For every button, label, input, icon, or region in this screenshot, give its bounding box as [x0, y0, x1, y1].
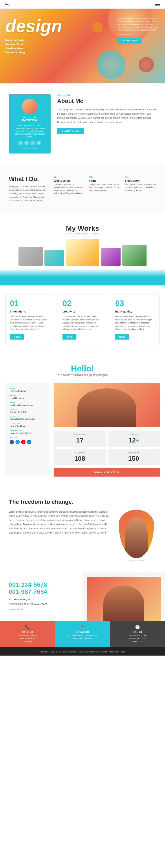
- works-images: [0, 239, 165, 266]
- location-text: 121 Rock Street, 21 Avenue New York, NY …: [58, 634, 107, 640]
- hero-blob-2: [97, 50, 126, 79]
- profile-social-row: SOCIAL f t ▶ in: [10, 437, 45, 444]
- hero-right-text: Aliquam suspendisse in elit ante in elit…: [118, 18, 160, 31]
- hello-subtitle: I'm a creative multitalented graphic des…: [5, 373, 160, 376]
- hero-section: design Premium Design Amazing Photo Crea…: [0, 8, 165, 83]
- service-desc-1: Duis aute irure dolor in reprehenderit i…: [54, 183, 85, 195]
- stat-clients-label: CLIENTS: [57, 452, 103, 454]
- my-works-subtitle: MARKETING AND DESIGN: [0, 232, 165, 235]
- header: logo: [0, 0, 165, 8]
- logo[interactable]: logo: [5, 3, 11, 6]
- profile-name-row: NAME Patrycja Mcintosh: [10, 388, 45, 392]
- features-section: 01 innovations Duis aute irure dolor in …: [0, 285, 165, 353]
- service-num-1: 01.: [54, 176, 85, 178]
- stat-clients: CLIENTS 108: [54, 449, 106, 465]
- profile-youtube-icon[interactable]: ▶: [21, 440, 26, 444]
- hours-icon: 🕒: [113, 625, 162, 630]
- profile-twitter-icon[interactable]: t: [16, 440, 20, 444]
- service-name-2: Print: [89, 179, 120, 182]
- profile-role: Lead Designer: [10, 397, 45, 399]
- hamburger-menu[interactable]: [155, 3, 160, 6]
- work-thumb-4[interactable]: [101, 248, 120, 266]
- profile-linkedin-icon[interactable]: in: [27, 440, 31, 444]
- service-desc-3: Sample text. Click to select the text bo…: [125, 183, 156, 192]
- service-num-3: 03.: [125, 176, 156, 178]
- hero-content: design Premium Design Amazing Photo Crea…: [5, 18, 62, 54]
- footer-address-2: Avenue, New York, NY 92103-9000: [9, 602, 74, 606]
- location-title: LOCATION: [58, 631, 107, 633]
- feature-title-2: creativity: [62, 310, 102, 313]
- feature-btn-3[interactable]: MORE: [115, 334, 129, 340]
- stat-projects-label: PROJECTS: [111, 452, 157, 454]
- stat-years-value: 12+: [111, 437, 157, 444]
- tagline-2: Amazing Photo: [5, 43, 62, 46]
- location-icon: 📍: [58, 625, 107, 630]
- social-linkedin[interactable]: in: [36, 141, 42, 145]
- avatar: [22, 99, 37, 114]
- feature-num-1: 01: [10, 299, 50, 308]
- hero-learn-more-button[interactable]: LEARN MORE: [118, 38, 141, 43]
- social-facebook[interactable]: f: [18, 141, 23, 145]
- work-thumb-1[interactable]: [19, 247, 43, 266]
- profile-email: you@gmail@example.com: [10, 404, 45, 406]
- social-label: SOCIAL: [10, 437, 45, 438]
- feature-text-2: Duis aute irure dolor in reprehenderit i…: [62, 315, 102, 331]
- work-thumb-5[interactable]: [122, 245, 146, 266]
- works-teal-bottom: [0, 277, 165, 285]
- feature-title-1: innovations: [10, 310, 50, 313]
- tagline-1: Premium Design: [5, 39, 62, 42]
- social-twitter[interactable]: t: [24, 141, 29, 145]
- what-left: What I Do. Paragraph. Lorem ipsum dolor …: [9, 176, 48, 203]
- call-title: CALL US: [3, 631, 52, 633]
- hero-blob-3: [139, 57, 154, 72]
- footer-location-col: 📍 LOCATION 121 Rock Street, 21 Avenue Ne…: [55, 621, 110, 647]
- location-label: LOCATION: [10, 423, 45, 425]
- social-youtube[interactable]: y: [30, 141, 35, 145]
- feature-btn-2[interactable]: MORE: [62, 334, 76, 340]
- footer-phone-1[interactable]: 001-234-5678: [9, 581, 74, 588]
- footer-bottom: 📞 CALL US Lorem ipsum dolor sit amet, co…: [0, 621, 165, 647]
- phone-label: PHONE: [10, 408, 45, 410]
- footer-address-1: 121 Rock Street, 21: [9, 597, 74, 602]
- service-print: 02. Print Sample text. Click to select t…: [89, 176, 120, 203]
- service-name-1: Web Design: [54, 179, 85, 182]
- freedom-img-area: Image from Pexels: [117, 510, 156, 561]
- stat-awards-label: AWARDS WON: [57, 434, 103, 436]
- profile-role-row: ROLE Lead Designer: [10, 395, 45, 399]
- about-heading: About Me: [57, 98, 156, 104]
- name-label: NAME: [10, 388, 45, 390]
- about-text: The Design Blog features carefully selec…: [57, 107, 156, 124]
- profile-social-icons: f t ▶ in: [10, 440, 45, 444]
- service-web-design: 01. Web Design Duis aute irure dolor in …: [54, 176, 85, 203]
- feature-btn-1[interactable]: MORE: [10, 334, 24, 340]
- hours-text: Mon - Fri 8:00-17:00 Sat 9:00-18:00 Sun …: [113, 634, 162, 643]
- hello-inner: NAME Patrycja Mcintosh ROLE Lead Designe…: [5, 383, 160, 476]
- footer-hours-col: 🕒 HOURS Mon - Fri 8:00-17:00 Sat 9:00-18…: [110, 621, 165, 647]
- hello-section: Hello! I'm a creative multitalented grap…: [0, 353, 165, 488]
- profile-info: NAME Patrycja Mcintosh ROLE Lead Designe…: [10, 388, 45, 444]
- work-thumb-3[interactable]: [66, 239, 99, 266]
- stat-projects-value: 150: [111, 455, 157, 462]
- what-i-do-title: What I Do.: [9, 176, 48, 183]
- feature-card-3: 03 hight quality Duis aute irure dolor i…: [111, 294, 160, 344]
- about-right: About Me About Me The Design Blog featur…: [57, 94, 156, 134]
- work-thumb-2[interactable]: [45, 250, 64, 266]
- feature-text-3: Duis aute irure dolor in reprehenderit i…: [115, 315, 155, 331]
- freedom-photo: [119, 510, 154, 558]
- copyright-text: Copyright © 2019. Click to edit this tex…: [39, 651, 126, 653]
- footer-image-credit-bottom: Image from Pexels: [9, 608, 74, 610]
- profile-phone-row: PHONE 001 234 567 321: [10, 408, 45, 413]
- profile-facebook-icon[interactable]: f: [10, 440, 14, 444]
- footer-phone-2[interactable]: 001-987-7654: [9, 588, 74, 595]
- profile-location-row: LOCATION New York, USA: [10, 423, 45, 427]
- person-silhouette: [78, 389, 136, 427]
- about-section-label: About Me: [57, 94, 156, 97]
- about-learn-more-button[interactable]: LEARN MORE: [57, 128, 84, 134]
- profile-location: New York, USA: [10, 425, 45, 427]
- freedom-text: Lorem ipsum dolor sit amet, consectetur …: [9, 510, 110, 535]
- stat-clients-value: 108: [57, 455, 103, 462]
- download-cv-button[interactable]: DOWNLOAD CV ⬇: [54, 468, 160, 476]
- my-works-title: My Works: [0, 224, 165, 232]
- profile-phone: 001 234 567 321: [10, 411, 45, 413]
- profile-interests-row: INTERESTS Games, Books, Movies: [10, 430, 45, 434]
